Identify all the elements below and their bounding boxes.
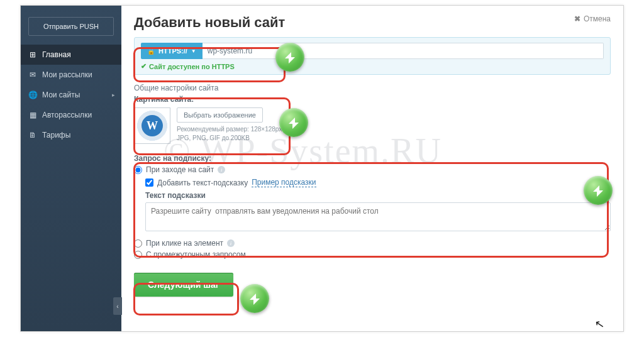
opt-on-click-radio[interactable] (134, 239, 142, 248)
hint-example-link[interactable]: Пример подсказки (252, 178, 316, 187)
opt-on-visit-radio[interactable] (134, 166, 142, 174)
sidebar-item-home[interactable]: ⊞ Главная (21, 45, 121, 65)
list-icon: ▦ (28, 111, 37, 119)
send-push-button[interactable]: Отправить PUSH (28, 17, 114, 36)
lock-icon: 🔒 (147, 48, 155, 55)
globe-icon: 🌐 (28, 90, 37, 99)
protocol-label: HTTPS:// (158, 47, 187, 55)
header: Добавить новый сайт ✖ Отмена (134, 14, 611, 31)
next-step-button[interactable]: Следующий шаг (134, 273, 233, 297)
opt-on-click[interactable]: При клике на элемент i (134, 239, 611, 248)
cancel-label: Отмена (584, 14, 611, 23)
https-status: ✔ Сайт доступен по HTTPS (141, 62, 604, 70)
opt-on-click-label: При клике на элемент (146, 239, 223, 248)
info-icon[interactable]: i (218, 166, 225, 173)
hint-text-label: Текст подсказки (145, 191, 611, 200)
sidebar-item-label: Мои сайты (42, 90, 80, 99)
check-icon: ✔ (141, 62, 147, 70)
site-image-label: Картинка сайта: (134, 95, 611, 104)
site-image-thumbnail[interactable]: W (134, 107, 170, 144)
https-status-text: Сайт доступен по HTTPS (149, 63, 235, 70)
info-icon[interactable]: i (227, 239, 235, 247)
image-size-hint: Рекомендуемый размер: 128×128px (177, 125, 282, 134)
sidebar-item-automail[interactable]: ▦ Авторассылки (21, 105, 121, 125)
home-icon: ⊞ (28, 50, 37, 59)
close-icon: ✖ (574, 14, 580, 23)
chevron-down-icon: ▼ (191, 48, 196, 54)
site-url-input[interactable] (203, 43, 604, 59)
wordpress-icon: W (142, 115, 163, 136)
sidebar-item-mailings[interactable]: ✉ Мои рассылки (21, 65, 121, 85)
app-frame: Отправить PUSH ⊞ Главная ✉ Мои рассылки … (20, 5, 624, 332)
hint-text-textarea[interactable] (145, 202, 611, 231)
add-hint-label: Добавить текст-подсказку (157, 178, 248, 187)
sidebar-item-sites[interactable]: 🌐 Мои сайты ▸ (21, 85, 121, 105)
general-section-title: Общие настройки сайта (134, 84, 611, 92)
main-content: Добавить новый сайт ✖ Отмена 🔒 HTTPS:// … (121, 6, 623, 331)
choose-image-button[interactable]: Выбрать изображение (177, 107, 263, 123)
sidebar-item-label: Тарифы (42, 131, 70, 140)
mail-icon: ✉ (28, 70, 37, 79)
protocol-dropdown[interactable]: 🔒 HTTPS:// ▼ (141, 43, 203, 59)
add-hint-checkbox[interactable] (145, 178, 153, 187)
image-format-hint: JPG, PNG, GIF до 200KB (177, 134, 282, 143)
sidebar-item-label: Мои рассылки (42, 70, 92, 79)
add-hint-checkbox-row[interactable]: Добавить текст-подсказку Пример подсказк… (145, 178, 611, 187)
sidebar-item-tariffs[interactable]: 🗎 Тарифы (21, 125, 121, 145)
site-image-block: W Выбрать изображение Рекомендуемый разм… (134, 105, 611, 148)
collapse-sidebar-button[interactable]: ‹ (113, 297, 122, 315)
opt-on-visit-label: При заходе на сайт (146, 165, 214, 174)
sidebar: Отправить PUSH ⊞ Главная ✉ Мои рассылки … (21, 6, 121, 331)
page-title: Добавить новый сайт (134, 14, 285, 31)
subscribe-section-title: Запрос на подписку: (134, 154, 611, 163)
doc-icon: 🗎 (28, 131, 37, 140)
chevron-right-icon: ▸ (112, 92, 115, 98)
opt-intermediate-label: С промежуточным запросом (146, 250, 246, 259)
cancel-button[interactable]: ✖ Отмена (574, 14, 611, 23)
chevron-left-icon: ‹ (116, 303, 118, 310)
sidebar-item-label: Авторассылки (42, 111, 92, 119)
opt-intermediate[interactable]: С промежуточным запросом (134, 250, 611, 259)
url-panel: 🔒 HTTPS:// ▼ ✔ Сайт доступен по HTTPS (134, 37, 611, 75)
opt-intermediate-radio[interactable] (134, 251, 142, 259)
sidebar-item-label: Главная (42, 50, 71, 59)
opt-on-visit[interactable]: При заходе на сайт i (134, 165, 611, 174)
